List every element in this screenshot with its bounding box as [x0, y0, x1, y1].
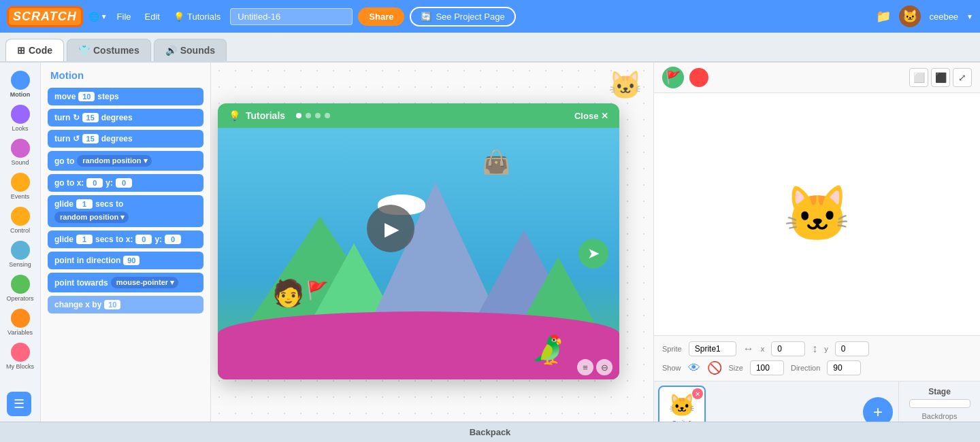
costumes-icon: 👕: [78, 45, 90, 56]
user-dropdown-icon: ▼: [966, 13, 973, 20]
tabs-bar: ⊞ Code 👕 Costumes 🔊 Sounds: [0, 33, 980, 63]
menu-button[interactable]: ☰: [7, 392, 31, 416]
show-hidden-button[interactable]: 🚫: [707, 360, 722, 375]
block-glide-random[interactable]: glide 1 secs to random position ▾: [48, 195, 203, 227]
tutorial-scene: 🧑 🚩 ▶ 🦜 👜 ➤: [218, 128, 619, 379]
y-value-input[interactable]: [835, 341, 869, 356]
cat-events-label: Events: [11, 193, 30, 200]
cat-myblocks[interactable]: My Blocks: [0, 340, 40, 373]
size-label: Size: [729, 364, 743, 372]
zoom-out-button[interactable]: ⊖: [596, 359, 612, 375]
cat-motion[interactable]: Motion: [0, 68, 40, 101]
tab-code[interactable]: ⊞ Code: [5, 39, 64, 61]
cat-sensing[interactable]: Sensing: [0, 238, 40, 271]
cat-control[interactable]: Control: [0, 204, 40, 237]
dot-1[interactable]: [296, 113, 301, 118]
block-turn-cw[interactable]: turn ↻ 15 degrees: [48, 109, 203, 126]
show-visible-button[interactable]: 👁: [688, 361, 700, 375]
block-changex[interactable]: change x by 10: [48, 296, 203, 313]
cat-sound[interactable]: Sound: [0, 136, 40, 169]
scroll-hint[interactable]: ≡: [577, 359, 593, 375]
stage-small-view[interactable]: ⬜: [909, 68, 928, 87]
backpack-bar[interactable]: Backpack: [0, 422, 980, 442]
cat-operators[interactable]: Operators: [0, 272, 40, 305]
cat-variables[interactable]: Variables: [0, 306, 40, 339]
stage-view-buttons: ⬜ ⬛ ⤢: [909, 68, 972, 87]
x-arrows-icon: ↔: [743, 343, 754, 355]
see-project-button[interactable]: 🔄 See Project Page: [410, 7, 515, 27]
sprite-delete-button[interactable]: ✕: [692, 388, 703, 399]
green-flag-button[interactable]: 🚩: [662, 67, 684, 88]
username-label[interactable]: ceebee: [929, 12, 958, 22]
cat-motion-label: Motion: [10, 91, 31, 98]
tutorial-title: Tutorials: [246, 110, 285, 121]
block-turn-ccw[interactable]: turn ↺ 15 degrees: [48, 130, 203, 148]
stage-controls: 🚩 ⬜ ⬛ ⤢: [654, 63, 980, 93]
cat-looks[interactable]: Looks: [0, 102, 40, 135]
play-icon: ▶: [385, 218, 399, 240]
motion-circle: [11, 71, 30, 90]
block-goto[interactable]: go to random position ▾: [48, 151, 203, 171]
main-layout: Motion Looks Sound Events Control Sensin…: [0, 63, 980, 442]
bulb-icon: 💡: [174, 12, 184, 22]
variables-circle: [11, 309, 30, 328]
tutorials-menu[interactable]: 💡 Tutorials: [169, 12, 225, 22]
cat-sound-label: Sound: [11, 159, 29, 166]
dot-3[interactable]: [315, 113, 321, 118]
dot-2[interactable]: [306, 113, 311, 118]
x-value-input[interactable]: [771, 341, 805, 356]
script-area[interactable]: 🐱 💡 Tutorials Close ✕: [211, 63, 653, 442]
categories-sidebar: Motion Looks Sound Events Control Sensin…: [0, 63, 41, 442]
stage-fullscreen-view[interactable]: ⤢: [953, 68, 972, 87]
blocks-panel: Motion move 10 steps turn ↻ 15 degrees t…: [41, 63, 211, 442]
size-value-input[interactable]: [750, 360, 784, 375]
nav-right: 📁 🐱 ceebee ▼: [876, 5, 973, 27]
tab-sounds[interactable]: 🔊 Sounds: [154, 39, 227, 61]
sprite-info-bar: Sprite ↔ x ↕ y Show 👁 🚫 Size Direction: [654, 335, 980, 381]
stage-thumbnail[interactable]: [909, 399, 970, 408]
sprite-label: Sprite: [662, 345, 682, 353]
backdrops-title: Backdrops: [899, 408, 980, 423]
code-icon: ⊞: [17, 45, 25, 56]
avatar[interactable]: 🐱: [899, 5, 921, 27]
block-glide-xy[interactable]: glide 1 secs to x: 0 y: 0: [48, 231, 203, 248]
cat-myblocks-label: My Blocks: [6, 363, 34, 370]
operators-circle: [11, 275, 30, 294]
file-menu[interactable]: File: [113, 12, 135, 22]
globe-button[interactable]: 🌐 ▼: [88, 12, 108, 22]
top-navigation: SCRATCH 🌐 ▼ File Edit 💡 Tutorials Share …: [0, 0, 980, 33]
globe-dropdown-icon: ▼: [101, 13, 108, 20]
backpack-label: Backpack: [470, 427, 511, 437]
menu-icon: ☰: [14, 396, 24, 411]
direction-value-input[interactable]: [827, 360, 861, 375]
share-button[interactable]: Share: [358, 7, 404, 26]
dot-4[interactable]: [325, 113, 330, 118]
sprite-row-1: Sprite ↔ x ↕ y: [662, 341, 972, 356]
block-gotoxy[interactable]: go to x: 0 y: 0: [48, 174, 203, 192]
block-move[interactable]: move 10 steps: [48, 88, 203, 105]
cat-events[interactable]: Events: [0, 170, 40, 203]
blocks-list: move 10 steps turn ↻ 15 degrees turn ↺ 1…: [41, 85, 210, 442]
cat-variables-label: Variables: [7, 329, 33, 336]
stage-normal-view[interactable]: ⬛: [931, 68, 950, 87]
sound-circle: [11, 139, 30, 158]
edit-menu[interactable]: Edit: [141, 12, 164, 22]
cat-sensing-label: Sensing: [9, 261, 31, 268]
tutorial-header: 💡 Tutorials Close ✕: [218, 103, 619, 128]
sprite-name-input[interactable]: [689, 341, 736, 356]
tab-costumes[interactable]: 👕 Costumes: [67, 39, 151, 61]
tutorial-next-arrow[interactable]: ➤: [578, 239, 608, 269]
stage-sprite: 🐱: [783, 182, 851, 246]
direction-label: Direction: [791, 364, 820, 372]
folder-icon[interactable]: 📁: [876, 9, 891, 24]
refresh-icon: 🔄: [421, 12, 431, 22]
scene-bird: 🦜: [531, 334, 565, 366]
project-title-input[interactable]: [230, 8, 353, 25]
scratch-logo[interactable]: SCRATCH: [7, 6, 83, 27]
blocks-panel-title: Motion: [41, 63, 210, 85]
stop-button[interactable]: [689, 68, 708, 87]
play-button[interactable]: ▶: [367, 205, 414, 252]
block-towards[interactable]: point towards mouse-pointer ▾: [48, 273, 203, 292]
block-direction[interactable]: point in direction 90: [48, 252, 203, 269]
tutorial-close-button[interactable]: Close ✕: [574, 111, 608, 121]
